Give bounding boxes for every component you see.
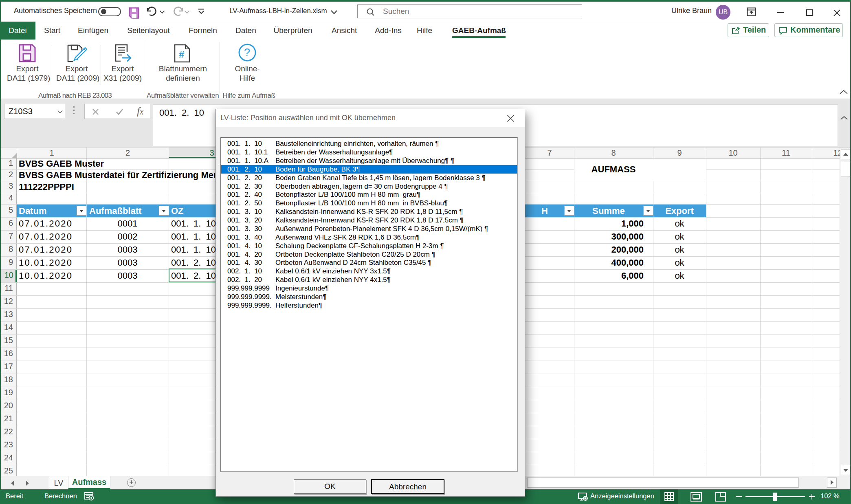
svg-text:?: ? <box>244 46 250 59</box>
svg-text:#: # <box>179 49 184 60</box>
